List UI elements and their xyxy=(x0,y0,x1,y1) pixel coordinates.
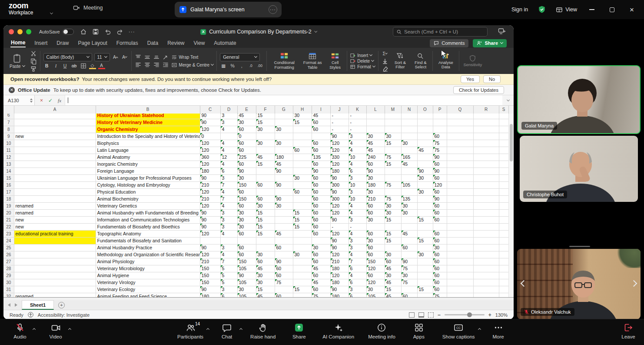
row-header[interactable]: 24 xyxy=(3,237,14,244)
row-header[interactable]: 31 xyxy=(3,286,14,293)
cell[interactable] xyxy=(473,202,499,209)
cell[interactable]: 60 xyxy=(312,140,330,147)
cell[interactable] xyxy=(401,251,417,258)
title-chevron-icon[interactable] xyxy=(314,30,317,33)
mac-zoom-button[interactable] xyxy=(26,29,31,34)
cell[interactable]: 120 xyxy=(330,209,349,216)
cell[interactable]: 30 xyxy=(401,209,417,216)
formula-input[interactable] xyxy=(65,95,502,105)
cell[interactable]: 60 xyxy=(237,244,256,251)
cell[interactable]: 75 xyxy=(385,154,401,161)
captions-chevron-icon[interactable] xyxy=(478,325,481,332)
cell[interactable]: 60 xyxy=(433,258,447,265)
cell[interactable]: 30 xyxy=(237,216,256,223)
cell[interactable]: 30 xyxy=(385,272,401,279)
sort-filter-button[interactable]: Sort & Filter xyxy=(391,53,409,70)
cell[interactable] xyxy=(366,223,385,230)
cell[interactable]: 30 xyxy=(433,244,447,251)
underline-button[interactable]: U xyxy=(62,63,69,69)
cell[interactable] xyxy=(417,154,433,161)
cell[interactable]: 15 xyxy=(256,114,275,119)
cell[interactable] xyxy=(499,209,508,216)
cell[interactable] xyxy=(417,258,433,265)
cell[interactable]: Latin Language xyxy=(96,147,200,154)
cell[interactable] xyxy=(473,147,499,154)
cell[interactable]: 75 xyxy=(433,293,447,297)
cell[interactable] xyxy=(14,140,96,147)
cell[interactable]: Veterinary Ecology xyxy=(96,286,200,293)
cell[interactable]: 135 xyxy=(312,154,330,161)
save-icon[interactable] xyxy=(92,28,99,35)
cell[interactable]: 180 xyxy=(200,293,220,297)
cell[interactable]: 4 xyxy=(349,230,366,237)
row-header[interactable]: 9 xyxy=(3,133,14,140)
cell[interactable] xyxy=(499,114,508,119)
cell[interactable] xyxy=(447,167,473,174)
cell[interactable]: 210 xyxy=(200,195,220,202)
cell[interactable]: 120 xyxy=(330,251,349,258)
cell[interactable] xyxy=(256,167,275,174)
cell[interactable] xyxy=(385,147,401,154)
cell[interactable]: 60 xyxy=(312,119,330,126)
cell[interactable] xyxy=(14,258,96,265)
sensitivity-button[interactable]: Sensitivity xyxy=(462,55,483,67)
cell[interactable] xyxy=(293,140,312,147)
cell[interactable] xyxy=(447,237,473,244)
cell[interactable]: 90 xyxy=(330,286,349,293)
sign-in-link[interactable]: Sign in xyxy=(511,7,528,13)
cell[interactable]: 90 xyxy=(200,223,220,230)
cell[interactable] xyxy=(385,244,401,251)
cell[interactable]: 60 xyxy=(275,265,293,272)
cell[interactable]: 60 xyxy=(401,244,417,251)
cell[interactable]: 5 xyxy=(220,279,237,286)
cell[interactable]: 60 xyxy=(433,188,447,195)
italic-button[interactable]: I xyxy=(53,63,60,69)
cell[interactable] xyxy=(14,126,96,133)
cell[interactable]: Physical Education xyxy=(96,188,200,195)
cell[interactable]: 30 xyxy=(366,188,385,195)
cell[interactable]: 7 xyxy=(220,181,237,188)
cell[interactable] xyxy=(447,133,473,140)
cell[interactable]: 180 xyxy=(366,181,385,188)
undo-icon[interactable] xyxy=(104,28,111,35)
cell[interactable] xyxy=(385,223,401,230)
cell[interactable]: 90 xyxy=(366,167,385,174)
cell[interactable]: Animal Husbandry with Fundamentals of Br… xyxy=(96,209,200,216)
cell[interactable]: Animal Biochemistry xyxy=(96,195,200,202)
cell[interactable]: Biophysics xyxy=(96,140,200,147)
autosum-icon[interactable]: Σ xyxy=(382,50,388,57)
cell[interactable] xyxy=(447,174,473,181)
cell[interactable] xyxy=(256,237,275,244)
cell[interactable]: 4 xyxy=(349,272,366,279)
cell[interactable]: 3 xyxy=(349,237,366,244)
cell[interactable]: 30 xyxy=(366,133,385,140)
maximize-button[interactable] xyxy=(607,4,617,15)
zoom-out-button[interactable]: − xyxy=(438,312,441,318)
cell[interactable]: 90 xyxy=(237,272,256,279)
cell[interactable] xyxy=(401,237,417,244)
cell[interactable]: 150 xyxy=(200,279,220,286)
cell[interactable]: 180 xyxy=(275,154,293,161)
cell[interactable] xyxy=(401,119,417,126)
toolbar-share[interactable]: Share xyxy=(289,322,309,339)
cell[interactable]: 45 xyxy=(385,265,401,272)
cell[interactable]: 4 xyxy=(220,188,237,195)
row-header[interactable]: 27 xyxy=(3,258,14,265)
cell[interactable]: 120 xyxy=(330,147,349,154)
cell[interactable]: 120 xyxy=(366,265,385,272)
tab-data[interactable]: Data xyxy=(147,39,159,47)
cell[interactable]: 150 xyxy=(200,272,220,279)
cell[interactable]: 75 xyxy=(433,140,447,147)
cell[interactable]: 30 xyxy=(256,202,275,209)
workspace-chevron-icon[interactable] xyxy=(50,8,53,16)
cell[interactable]: 60 xyxy=(366,272,385,279)
cell[interactable] xyxy=(293,279,312,286)
excel-share-button[interactable]: Share xyxy=(473,39,507,47)
cell[interactable]: 3 xyxy=(220,119,237,126)
cell[interactable]: 4 xyxy=(220,147,237,154)
toolbar-chat[interactable]: Chat xyxy=(217,322,236,339)
strikethrough-button[interactable]: ab xyxy=(71,63,78,69)
cell[interactable]: 3 xyxy=(349,216,366,223)
add-sheet-button[interactable]: + xyxy=(58,302,65,308)
cell[interactable] xyxy=(275,119,293,126)
